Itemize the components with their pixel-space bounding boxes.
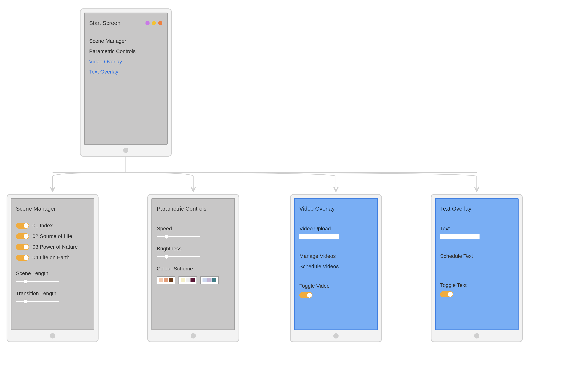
start-title: Start Screen <box>89 19 120 28</box>
colour-scheme-label: Colour Scheme <box>157 265 230 273</box>
toggle-text-switch[interactable] <box>440 291 453 297</box>
phone-parametric-controls: Parametric Controls Speed Brightness Col… <box>147 194 239 342</box>
scene-row-3: 03 Power of Nature <box>16 243 89 251</box>
status-dots <box>145 21 162 25</box>
transition-length-thumb[interactable] <box>23 300 27 303</box>
home-button-icon[interactable] <box>474 333 479 338</box>
swatch-1a <box>159 278 163 282</box>
swatch-1b <box>164 278 168 282</box>
video-overlay-title: Video Overlay <box>299 204 373 213</box>
swatch-2a <box>181 278 185 282</box>
brightness-label: Brightness <box>157 245 230 253</box>
link-video-overlay[interactable]: Video Overlay <box>89 58 162 66</box>
phone-video-overlay: Video Overlay Video Upload Manage Videos… <box>290 194 382 342</box>
scene-length-slider[interactable] <box>16 281 59 282</box>
toggle-video-switch[interactable] <box>299 292 312 298</box>
scene-label-3: 03 Power of Nature <box>32 243 78 251</box>
speed-label: Speed <box>157 224 230 233</box>
speed-thumb[interactable] <box>165 235 168 239</box>
video-upload-input[interactable] <box>299 234 339 239</box>
text-input[interactable] <box>440 234 480 239</box>
scene-toggle-4[interactable] <box>16 255 29 261</box>
swatch-group-3[interactable] <box>200 276 219 284</box>
scene-label-4: 04 Life on Earth <box>32 253 70 262</box>
phone-text-overlay: Text Overlay Text Schedule Text Toggle T… <box>431 194 523 342</box>
home-button-icon[interactable] <box>191 333 196 338</box>
parametric-title: Parametric Controls <box>157 204 230 213</box>
swatch-3c <box>212 278 216 282</box>
toggle-text-label: Toggle Text <box>440 281 513 290</box>
scene-row-1: 01 Index <box>16 221 89 230</box>
screen-start: Start Screen Scene Manager Parametric Co… <box>84 12 168 145</box>
phone-scene-manager: Scene Manager 01 Index 02 Source of Life… <box>7 194 98 342</box>
phone-start-screen: Start Screen Scene Manager Parametric Co… <box>80 9 172 157</box>
link-text-overlay[interactable]: Text Overlay <box>89 68 162 76</box>
screen-scene-manager: Scene Manager 01 Index 02 Source of Life… <box>11 198 94 330</box>
home-button-icon[interactable] <box>50 333 55 338</box>
scene-row-4: 04 Life on Earth <box>16 253 89 262</box>
scene-length-thumb[interactable] <box>23 280 27 283</box>
screen-parametric-controls: Parametric Controls Speed Brightness Col… <box>151 198 235 330</box>
brightness-slider[interactable] <box>157 256 200 257</box>
transition-length-label: Transition Length <box>16 289 89 298</box>
brightness-thumb[interactable] <box>165 255 168 259</box>
dot-3-icon <box>158 21 162 25</box>
screen-video-overlay: Video Overlay Video Upload Manage Videos… <box>294 198 378 330</box>
home-button-icon[interactable] <box>123 147 128 153</box>
scene-row-2: 02 Source of Life <box>16 232 89 240</box>
swatch-group-2[interactable] <box>179 276 197 284</box>
manage-videos-link[interactable]: Manage Videos <box>299 252 373 261</box>
swatch-1c <box>169 278 173 282</box>
colour-swatch-row <box>157 276 230 284</box>
scene-label-2: 02 Source of Life <box>32 232 72 240</box>
scene-label-1: 01 Index <box>32 221 53 230</box>
schedule-text-link[interactable]: Schedule Text <box>440 252 513 261</box>
screen-text-overlay: Text Overlay Text Schedule Text Toggle T… <box>435 198 519 330</box>
swatch-2b <box>186 278 190 282</box>
text-input-label: Text <box>440 224 513 233</box>
link-scene-manager[interactable]: Scene Manager <box>89 37 162 45</box>
swatch-group-1[interactable] <box>157 276 175 284</box>
schedule-videos-link[interactable]: Schedule Videos <box>299 262 373 271</box>
swatch-2c <box>191 278 195 282</box>
scene-toggle-2[interactable] <box>16 233 29 239</box>
dot-1-icon <box>145 21 150 25</box>
toggle-video-label: Toggle Video <box>299 282 373 290</box>
diagram-canvas: Start Screen Scene Manager Parametric Co… <box>4 4 584 372</box>
link-parametric-controls[interactable]: Parametric Controls <box>89 47 162 56</box>
text-overlay-title: Text Overlay <box>440 204 513 213</box>
swatch-3b <box>207 278 212 282</box>
dot-2-icon <box>152 21 156 25</box>
transition-length-slider[interactable] <box>16 301 59 302</box>
scene-manager-title: Scene Manager <box>16 204 89 213</box>
swatch-3a <box>203 278 207 282</box>
scene-toggle-3[interactable] <box>16 244 29 250</box>
speed-slider[interactable] <box>157 236 200 237</box>
scene-length-label: Scene Length <box>16 269 89 278</box>
video-upload-label: Video Upload <box>299 224 373 233</box>
scene-toggle-1[interactable] <box>16 223 29 229</box>
home-button-icon[interactable] <box>333 333 339 338</box>
